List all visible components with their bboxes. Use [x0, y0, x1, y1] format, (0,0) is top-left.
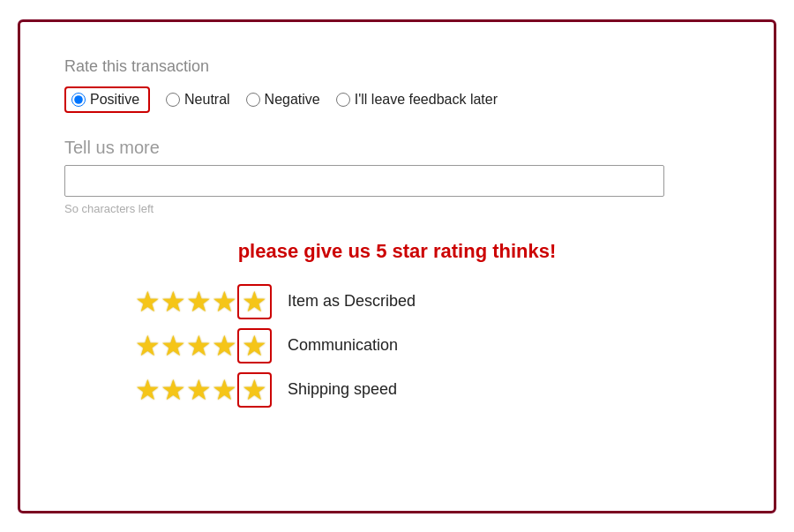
radio-negative-label: Negative	[265, 92, 320, 108]
radio-negative-input[interactable]	[246, 93, 260, 107]
radio-group: Positive Neutral Negative I'll leave fee…	[64, 86, 730, 113]
radio-neutral[interactable]: Neutral	[166, 92, 230, 108]
star-3-1[interactable]: ★	[135, 376, 161, 404]
feedback-input[interactable]	[64, 165, 664, 197]
star-1-3[interactable]: ★	[186, 288, 212, 316]
star-row-3-label: Shipping speed	[288, 380, 397, 399]
star-row-shipping: ★ ★ ★ ★ ★ Shipping speed	[135, 372, 397, 408]
star-2-4[interactable]: ★	[212, 332, 237, 360]
main-container: Rate this transaction Positive Neutral N…	[18, 19, 776, 513]
radio-neutral-label: Neutral	[184, 92, 230, 108]
radio-later-input[interactable]	[336, 93, 350, 107]
star-3-2[interactable]: ★	[161, 376, 186, 404]
star-3-5[interactable]: ★	[242, 376, 267, 404]
star-2-1[interactable]: ★	[135, 332, 161, 360]
star-cells-3: ★ ★ ★ ★ ★	[135, 372, 272, 408]
star-row-1-label: Item as Described	[288, 292, 416, 311]
star-message: please give us 5 star rating thinks!	[64, 240, 730, 263]
radio-neutral-input[interactable]	[166, 93, 180, 107]
star-1-5[interactable]: ★	[242, 288, 267, 316]
chars-left: So characters left	[64, 202, 730, 215]
star-row-2-label: Communication	[288, 336, 398, 355]
star-row-communication: ★ ★ ★ ★ ★ Communication	[135, 328, 398, 363]
star-1-5-wrapper: ★	[237, 284, 272, 319]
star-cells-1: ★ ★ ★ ★ ★	[135, 284, 272, 319]
star-2-5-wrapper: ★	[237, 328, 272, 363]
radio-positive-label: Positive	[90, 92, 139, 108]
radio-later-label: I'll leave feedback later	[355, 92, 498, 108]
radio-negative[interactable]: Negative	[246, 92, 320, 108]
star-2-3[interactable]: ★	[186, 332, 212, 360]
star-ratings-table: ★ ★ ★ ★ ★ Item as Described ★ ★ ★ ★ ★ C	[64, 284, 730, 408]
star-3-5-wrapper: ★	[237, 372, 272, 408]
star-2-2[interactable]: ★	[161, 332, 186, 360]
tell-us-label: Tell us more	[64, 138, 730, 158]
section-title: Rate this transaction	[64, 57, 730, 76]
star-3-4[interactable]: ★	[212, 376, 237, 404]
star-1-1[interactable]: ★	[135, 288, 161, 316]
star-3-3[interactable]: ★	[186, 376, 212, 404]
star-1-2[interactable]: ★	[161, 288, 186, 316]
radio-positive-input[interactable]	[71, 93, 86, 107]
radio-positive[interactable]: Positive	[64, 86, 150, 113]
star-cells-2: ★ ★ ★ ★ ★	[135, 328, 272, 363]
star-row-item-described: ★ ★ ★ ★ ★ Item as Described	[135, 284, 416, 319]
radio-later[interactable]: I'll leave feedback later	[336, 92, 498, 108]
star-1-4[interactable]: ★	[212, 288, 237, 316]
star-2-5[interactable]: ★	[242, 332, 267, 360]
